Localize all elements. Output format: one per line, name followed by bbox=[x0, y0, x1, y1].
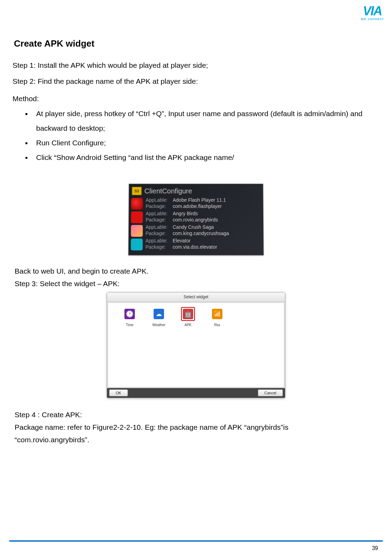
package-value: com.via.dss.elevator bbox=[173, 244, 217, 250]
package-value: com.rovio.angrybirds bbox=[173, 217, 218, 223]
rss-icon: 📶 bbox=[212, 309, 222, 319]
package-key: Package: bbox=[146, 231, 171, 237]
app-label-key: AppLable: bbox=[146, 224, 171, 231]
app-label-key: AppLable: bbox=[146, 238, 171, 244]
clock-icon: 🕐 bbox=[124, 309, 135, 319]
app-label-value: Adobe Flash Player 11.1 bbox=[173, 197, 226, 203]
figure-select-widget: Select widget 🕐 Time ☁ Weather 🤖 bbox=[13, 292, 379, 398]
angrybirds-app-icon bbox=[131, 211, 143, 223]
clientconfigure-titlebar: S3 ClientConfigure bbox=[131, 186, 259, 197]
widget-option-apk[interactable]: 🤖 APK bbox=[178, 307, 198, 327]
method-bullet-list: At player side, press hotkey of “Ctrl +Q… bbox=[13, 106, 379, 165]
logo-text: VIA bbox=[361, 5, 384, 17]
elevator-app-icon bbox=[131, 239, 142, 250]
app-label-key: AppLable: bbox=[146, 197, 171, 203]
widget-option-weather[interactable]: ☁ Weather bbox=[149, 307, 169, 327]
figure-clientconfigure: S3 ClientConfigure AppLable:Adobe Flash … bbox=[13, 184, 379, 255]
app-label-value: Candy Crush Saga bbox=[173, 224, 214, 231]
step-2-text: Step 2: Find the package name of the APK… bbox=[13, 75, 379, 87]
dialog-title: Select widget bbox=[107, 292, 285, 302]
package-key: Package: bbox=[146, 203, 171, 209]
bullet-item: Run Client Configure; bbox=[32, 136, 379, 150]
weather-icon: ☁ bbox=[154, 309, 164, 319]
app-row: AppLable:Angry Birds Package:com.rovio.a… bbox=[131, 211, 260, 224]
step-3-text: Step 3: Select the widget – APK: bbox=[15, 280, 379, 288]
android-icon: 🤖 bbox=[183, 309, 193, 319]
step-1-text: Step 1: Install the APK which would be p… bbox=[13, 59, 379, 71]
s3-badge-icon: S3 bbox=[132, 187, 142, 195]
app-label-value: Angry Birds bbox=[173, 211, 198, 217]
dialog-body: 🕐 Time ☁ Weather 🤖 APK 📶 bbox=[108, 302, 284, 387]
widget-label: Time bbox=[126, 323, 133, 327]
package-value: com.king.candycrushsaga bbox=[173, 231, 229, 237]
step-4-line-2: “com.rovio.angrybirds”. bbox=[15, 436, 379, 444]
package-key: Package: bbox=[146, 217, 171, 223]
widget-option-rss[interactable]: 📶 Rss bbox=[207, 307, 227, 327]
widget-option-time[interactable]: 🕐 Time bbox=[120, 307, 139, 327]
select-widget-dialog: Select widget 🕐 Time ☁ Weather 🤖 bbox=[107, 292, 285, 398]
app-row: AppLable:Candy Crush Saga Package:com.ki… bbox=[131, 224, 260, 238]
method-label: Method: bbox=[13, 95, 379, 103]
ok-button[interactable]: OK bbox=[109, 389, 128, 396]
page-number: 39 bbox=[372, 545, 378, 551]
cancel-button[interactable]: Cancel bbox=[258, 389, 283, 396]
widget-label: APK bbox=[185, 323, 191, 327]
document-page: VIA we connect Create APK widget Step 1:… bbox=[0, 0, 392, 557]
bullet-item: At player side, press hotkey of “Ctrl +Q… bbox=[32, 106, 379, 136]
app-label-key: AppLable: bbox=[146, 211, 171, 217]
dialog-footer: OK Cancel bbox=[107, 388, 285, 398]
logo-tagline: we connect bbox=[361, 17, 384, 21]
clientconfigure-window: S3 ClientConfigure AppLable:Adobe Flash … bbox=[128, 184, 264, 256]
clientconfigure-title: ClientConfigure bbox=[144, 187, 192, 195]
back-to-webui-text: Back to web UI, and begin to create APK. bbox=[15, 267, 379, 275]
step-4-heading: Step 4 : Create APK: bbox=[15, 411, 379, 419]
post-figure-text: Back to web UI, and begin to create APK.… bbox=[15, 267, 379, 288]
step-4-line-1: Package name: refer to Figure2-2-2-10. E… bbox=[15, 423, 379, 431]
app-label-value: Elevator bbox=[173, 238, 191, 244]
brand-logo: VIA we connect bbox=[361, 5, 384, 21]
footer-divider bbox=[9, 540, 383, 542]
flash-app-icon bbox=[131, 198, 143, 210]
step-4-block: Step 4 : Create APK: Package name: refer… bbox=[15, 411, 379, 444]
app-row: AppLable:Adobe Flash Player 11.1 Package… bbox=[131, 197, 260, 211]
widget-label: Weather bbox=[152, 323, 165, 327]
page-content: Create APK widget Step 1: Install the AP… bbox=[13, 38, 379, 444]
candycrush-app-icon bbox=[131, 225, 143, 237]
package-key: Package: bbox=[146, 244, 171, 250]
package-value: com.adobe.flashplayer bbox=[173, 203, 222, 209]
bullet-item: Click “Show Android Setting “and list th… bbox=[32, 150, 379, 165]
app-row: AppLable:Elevator Package:com.via.dss.el… bbox=[131, 238, 260, 251]
widget-list: 🕐 Time ☁ Weather 🤖 APK 📶 bbox=[108, 307, 284, 327]
section-heading: Create APK widget bbox=[14, 38, 379, 49]
widget-label: Rss bbox=[214, 323, 220, 327]
